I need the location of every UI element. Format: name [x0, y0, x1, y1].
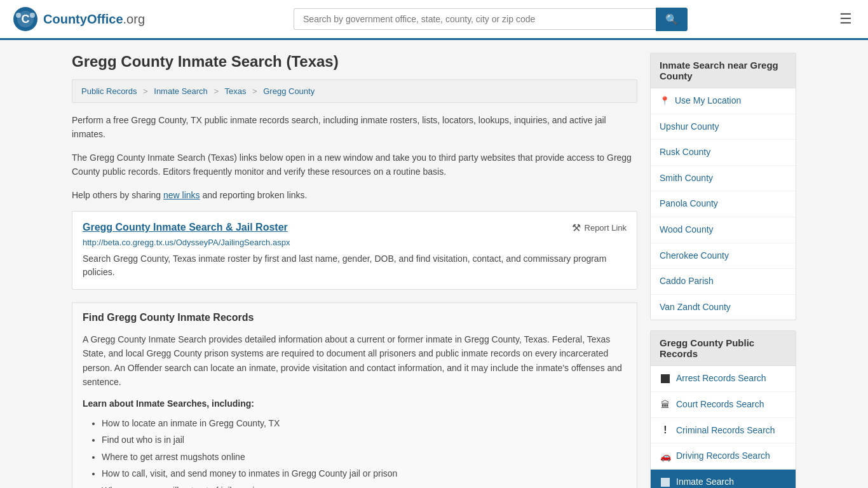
search-area: 🔍 — [294, 8, 688, 31]
sidebar-item-upshur[interactable]: Upshur County — [651, 114, 796, 140]
list-item: How to locate an inmate in Gregg County,… — [102, 415, 627, 432]
breadcrumb-sep-3: > — [252, 86, 257, 96]
sidebar: Inmate Search near Gregg County 📍 Use My… — [650, 53, 796, 488]
smith-county-link[interactable]: Smith County — [660, 172, 713, 185]
search-input[interactable] — [294, 8, 656, 30]
report-link-button[interactable]: ⚒ Report Link — [572, 222, 627, 234]
sidebar-item-court-records[interactable]: 🏛 Court Records Search — [651, 392, 796, 418]
wood-county-link[interactable]: Wood County — [660, 224, 714, 236]
panola-county-link[interactable]: Panola County — [660, 198, 718, 210]
link-card-title[interactable]: Gregg County Inmate Search & Jail Roster — [83, 222, 288, 233]
caddo-parish-link[interactable]: Caddo Parish — [660, 275, 714, 288]
svg-text:C: C — [22, 13, 30, 25]
sidebar-item-rusk[interactable]: Rusk County — [651, 140, 796, 166]
breadcrumb-texas[interactable]: Texas — [224, 86, 246, 96]
sidebar-item-caddo[interactable]: Caddo Parish — [651, 269, 796, 295]
breadcrumb-inmate-search[interactable]: Inmate Search — [154, 86, 208, 96]
breadcrumb-public-records[interactable]: Public Records — [81, 86, 137, 96]
bullet-list: How to locate an inmate in Gregg County,… — [83, 415, 627, 488]
logo-text: CountyOffice.org — [43, 12, 145, 27]
cherokee-county-link[interactable]: Cherokee County — [660, 250, 729, 262]
driving-records-link[interactable]: Driving Records Search — [676, 450, 770, 463]
list-item: Where to get arrest mugshots online — [102, 449, 627, 466]
inmate-search-icon — [660, 477, 671, 488]
learn-title: Learn about Inmate Searches, including: — [83, 398, 627, 409]
report-icon: ⚒ — [572, 222, 581, 234]
breadcrumb-gregg-county[interactable]: Gregg County — [263, 86, 315, 96]
sidebar-item-inmate-search[interactable]: Inmate Search — [651, 470, 796, 488]
header: C CountyOffice.org 🔍 ☰ — [0, 0, 868, 40]
upshur-county-link[interactable]: Upshur County — [660, 121, 719, 133]
court-records-icon: 🏛 — [660, 399, 671, 410]
arrest-records-icon — [660, 373, 671, 384]
sidebar-item-panola[interactable]: Panola County — [651, 191, 796, 217]
report-link-label: Report Link — [585, 223, 627, 233]
search-button[interactable]: 🔍 — [656, 8, 688, 31]
find-records-title: Find Gregg County Inmate Records — [83, 312, 627, 323]
sidebar-item-cherokee[interactable]: Cherokee County — [651, 243, 796, 269]
breadcrumb-sep-2: > — [214, 86, 219, 96]
criminal-records-icon: ! — [660, 424, 671, 436]
page-title: Gregg County Inmate Search (Texas) — [72, 53, 637, 71]
list-item: Find out who is in jail — [102, 431, 627, 449]
criminal-records-link[interactable]: Criminal Records Search — [676, 424, 775, 437]
breadcrumb: Public Records > Inmate Search > Texas >… — [72, 79, 637, 103]
sidebar-item-wood[interactable]: Wood County — [651, 217, 796, 243]
description-para-3: Help others by sharing new links and rep… — [72, 188, 637, 202]
rusk-county-link[interactable]: Rusk County — [660, 146, 710, 159]
inmate-search-sidebar-header: Inmate Search near Gregg County — [651, 53, 796, 88]
main-container: Gregg County Inmate Search (Texas) Publi… — [59, 40, 809, 488]
content-area: Gregg County Inmate Search (Texas) Publi… — [72, 53, 637, 488]
van-zandt-county-link[interactable]: Van Zandt County — [660, 301, 731, 314]
description-para-2: The Gregg County Inmate Search (Texas) l… — [72, 151, 637, 179]
link-card-header: Gregg County Inmate Search & Jail Roster… — [83, 222, 627, 234]
list-item: How to call, visit, and send money to in… — [102, 465, 627, 482]
link-card-url[interactable]: http://beta.co.gregg.tx.us/OdysseyPA/Jai… — [83, 238, 627, 247]
sidebar-item-driving-records[interactable]: 🚗 Driving Records Search — [651, 444, 796, 470]
driving-records-icon: 🚗 — [660, 451, 671, 462]
location-icon: 📍 — [660, 96, 670, 105]
inmate-search-link[interactable]: Inmate Search — [676, 476, 734, 488]
public-records-sidebar-header: Gregg County Public Records — [651, 331, 796, 366]
court-records-link[interactable]: Court Records Search — [676, 398, 764, 411]
find-records-section: Find Gregg County Inmate Records A Gregg… — [72, 302, 637, 488]
link-card-desc: Search Gregg County, Texas inmate roster… — [83, 252, 627, 279]
svg-point-3 — [16, 13, 21, 18]
public-records-sidebar-section: Gregg County Public Records Arrest Recor… — [650, 330, 796, 488]
logo-area: C CountyOffice.org — [13, 6, 145, 32]
sidebar-item-criminal-records[interactable]: ! Criminal Records Search — [651, 418, 796, 444]
link-card: Gregg County Inmate Search & Jail Roster… — [72, 211, 637, 290]
sidebar-item-arrest-records[interactable]: Arrest Records Search — [651, 366, 796, 392]
description-para-1: Perform a free Gregg County, TX public i… — [72, 113, 637, 142]
svg-point-4 — [30, 13, 35, 18]
use-my-location-link[interactable]: Use My Location — [675, 95, 741, 107]
breadcrumb-sep-1: > — [143, 86, 148, 96]
sidebar-item-van-zandt[interactable]: Van Zandt County — [651, 295, 796, 320]
sidebar-item-smith[interactable]: Smith County — [651, 166, 796, 192]
inmate-search-sidebar-section: Inmate Search near Gregg County 📍 Use My… — [650, 53, 796, 320]
sidebar-item-use-my-location[interactable]: 📍 Use My Location — [651, 88, 796, 114]
hamburger-menu-button[interactable]: ☰ — [836, 8, 855, 30]
arrest-records-link[interactable]: Arrest Records Search — [676, 372, 766, 385]
new-links-link[interactable]: new links — [163, 190, 200, 200]
find-records-desc: A Gregg County Inmate Search provides de… — [83, 332, 627, 390]
logo-icon: C — [13, 6, 38, 32]
list-item: When someone will get out of jail or pri… — [102, 482, 627, 488]
